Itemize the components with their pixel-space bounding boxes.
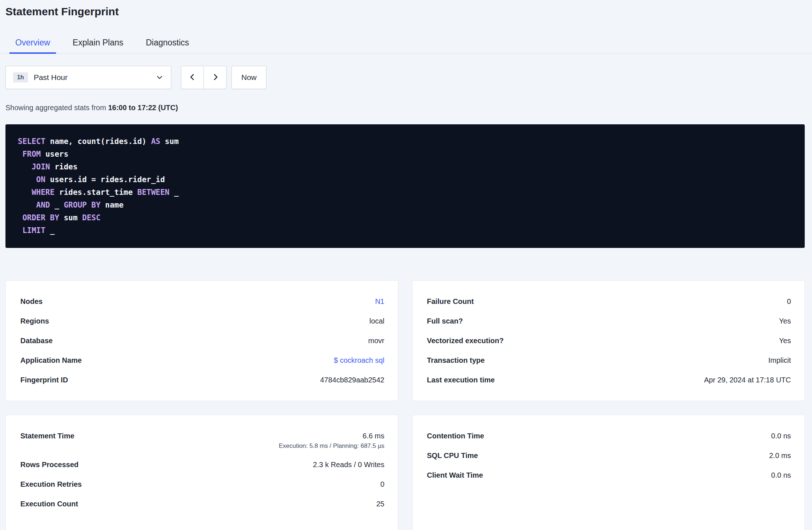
statement-time-values: 6.6 ms Execution: 5.8 ms / Planning: 687… bbox=[279, 431, 384, 449]
application-name-label: Application Name bbox=[20, 356, 82, 365]
details-cards-row: Nodes N1 Regions local Database movr App… bbox=[5, 280, 805, 401]
time-interval-dropdown[interactable]: 1h Past Hour bbox=[5, 66, 171, 89]
chevron-down-icon bbox=[156, 73, 164, 81]
statement-time-label: Statement Time bbox=[20, 431, 75, 440]
row-vectorized-execution: Vectorized execution? Yes bbox=[427, 331, 791, 350]
next-interval-button[interactable] bbox=[204, 66, 226, 89]
prev-interval-button[interactable] bbox=[181, 66, 204, 89]
row-regions: Regions local bbox=[20, 311, 385, 331]
transaction-type-value: Implicit bbox=[768, 356, 791, 365]
rows-processed-value: 2.3 k Reads / 0 Writes bbox=[313, 460, 384, 469]
timing-cards-row: Statement Time 6.6 ms Execution: 5.8 ms … bbox=[5, 415, 805, 530]
tab-diagnostics[interactable]: Diagnostics bbox=[140, 31, 195, 54]
resource-timing-card: Contention Time 0.0 ns SQL CPU Time 2.0 … bbox=[412, 415, 805, 530]
execution-count-label: Execution Count bbox=[20, 499, 78, 508]
row-last-execution-time: Last execution time Apr 29, 2024 at 17:1… bbox=[427, 370, 791, 390]
contention-time-value: 0.0 ns bbox=[771, 431, 791, 440]
sql-line-8: LIMIT _ bbox=[18, 224, 792, 237]
row-sql-cpu-time: SQL CPU Time 2.0 ms bbox=[427, 446, 791, 465]
sql-line-7: ORDER BY sum DESC bbox=[18, 212, 792, 224]
aggregated-stats-caption: Showing aggregated stats from 16:00 to 1… bbox=[5, 104, 805, 112]
row-execution-retries: Execution Retries 0 bbox=[20, 474, 385, 494]
page-title: Statement Fingerprint bbox=[5, 6, 805, 17]
chevron-left-icon bbox=[188, 73, 197, 83]
row-database: Database movr bbox=[20, 331, 385, 350]
row-transaction-type: Transaction type Implicit bbox=[427, 350, 791, 370]
row-fingerprint-id: Fingerprint ID 4784cb829aab2542 bbox=[20, 370, 385, 390]
last-execution-time-value: Apr 29, 2024 at 17:18 UTC bbox=[704, 376, 791, 384]
statement-details-card: Nodes N1 Regions local Database movr App… bbox=[5, 280, 398, 401]
row-full-scan: Full scan? Yes bbox=[427, 311, 791, 331]
chevron-right-icon bbox=[211, 73, 220, 83]
sql-line-2: FROM users bbox=[18, 148, 792, 161]
time-arrows bbox=[181, 66, 226, 89]
execution-retries-value: 0 bbox=[380, 480, 384, 489]
row-client-wait-time: Client Wait Time 0.0 ns bbox=[427, 465, 791, 485]
caption-prefix: Showing aggregated stats from bbox=[5, 104, 106, 112]
nodes-link[interactable]: N1 bbox=[375, 297, 385, 306]
statement-time-value: 6.6 ms bbox=[362, 431, 384, 440]
database-label: Database bbox=[20, 336, 53, 345]
sql-line-4: ON users.id = rides.rider_id bbox=[18, 173, 792, 186]
tab-bar: Overview Explain Plans Diagnostics bbox=[0, 31, 812, 54]
vectorized-execution-label: Vectorized execution? bbox=[427, 336, 504, 345]
sql-line-6: AND _ GROUP BY name bbox=[18, 199, 792, 212]
database-value: movr bbox=[368, 336, 384, 345]
sql-line-1: SELECT name, count(rides.id) AS sum bbox=[18, 135, 792, 148]
fingerprint-id-value: 4784cb829aab2542 bbox=[320, 376, 385, 384]
regions-label: Regions bbox=[20, 317, 49, 325]
sql-cpu-time-value: 2.0 ms bbox=[769, 451, 791, 460]
now-button[interactable]: Now bbox=[232, 66, 266, 89]
client-wait-time-value: 0.0 ns bbox=[771, 471, 791, 479]
full-scan-value: Yes bbox=[779, 317, 791, 325]
last-execution-time-label: Last execution time bbox=[427, 376, 495, 384]
sql-statement-box: SELECT name, count(rides.id) AS sum FROM… bbox=[5, 124, 805, 248]
interval-label: Past Hour bbox=[34, 73, 68, 82]
regions-value: local bbox=[369, 317, 384, 325]
caption-range: 16:00 to 17:22 (UTC) bbox=[108, 104, 178, 112]
nodes-label: Nodes bbox=[20, 297, 43, 306]
execution-count-value: 25 bbox=[376, 499, 384, 508]
statement-timing-card: Statement Time 6.6 ms Execution: 5.8 ms … bbox=[5, 415, 398, 530]
execution-attributes-card: Failure Count 0 Full scan? Yes Vectorize… bbox=[412, 280, 805, 401]
sql-line-3: JOIN rides bbox=[18, 161, 792, 173]
row-contention-time: Contention Time 0.0 ns bbox=[427, 426, 791, 446]
interval-badge: 1h bbox=[13, 72, 28, 83]
row-nodes: Nodes N1 bbox=[20, 292, 385, 311]
statement-fingerprint-page: Statement Fingerprint Overview Explain P… bbox=[0, 0, 812, 530]
transaction-type-label: Transaction type bbox=[427, 356, 485, 365]
row-application-name: Application Name $ cockroach sql bbox=[20, 350, 385, 370]
tabs: Overview Explain Plans Diagnostics bbox=[0, 31, 812, 54]
tab-overview[interactable]: Overview bbox=[9, 31, 56, 54]
sql-cpu-time-label: SQL CPU Time bbox=[427, 451, 478, 460]
row-rows-processed: Rows Processed 2.3 k Reads / 0 Writes bbox=[20, 455, 385, 474]
rows-processed-label: Rows Processed bbox=[20, 460, 79, 469]
row-statement-time: Statement Time 6.6 ms Execution: 5.8 ms … bbox=[20, 426, 385, 455]
full-scan-label: Full scan? bbox=[427, 317, 463, 325]
row-execution-count: Execution Count 25 bbox=[20, 494, 385, 514]
client-wait-time-label: Client Wait Time bbox=[427, 471, 483, 479]
sql-line-5: WHERE rides.start_time BETWEEN _ bbox=[18, 186, 792, 199]
vectorized-execution-value: Yes bbox=[779, 336, 791, 345]
row-failure-count: Failure Count 0 bbox=[427, 292, 791, 311]
failure-count-label: Failure Count bbox=[427, 297, 474, 306]
fingerprint-id-label: Fingerprint ID bbox=[20, 376, 68, 384]
tab-explain-plans[interactable]: Explain Plans bbox=[67, 31, 129, 54]
execution-retries-label: Execution Retries bbox=[20, 480, 82, 489]
statement-time-breakdown: Execution: 5.8 ms / Planning: 687.5 µs bbox=[279, 442, 384, 449]
application-name-link[interactable]: $ cockroach sql bbox=[334, 356, 385, 365]
contention-time-label: Contention Time bbox=[427, 431, 484, 440]
failure-count-value: 0 bbox=[787, 297, 791, 306]
time-toolbar: 1h Past Hour Now bbox=[5, 66, 805, 89]
